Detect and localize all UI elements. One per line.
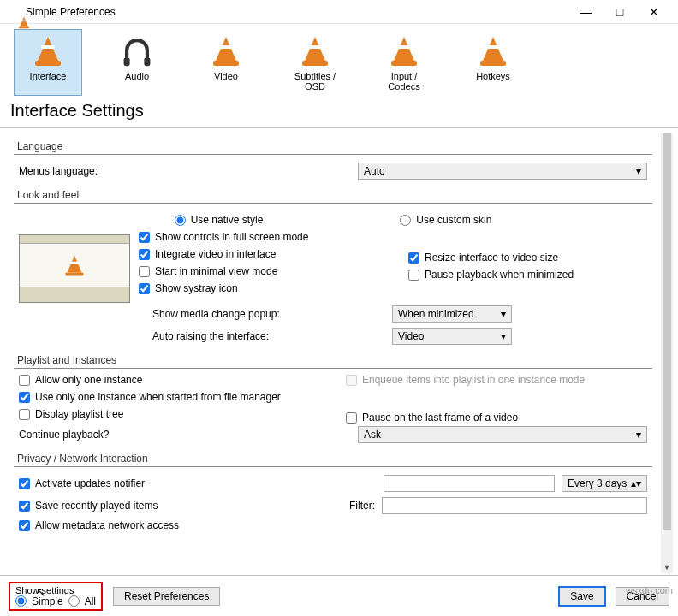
menus-language-label: Menus language:: [19, 165, 113, 177]
tab-interface[interactable]: Interface: [14, 29, 82, 96]
scrollbar-thumb[interactable]: [663, 133, 671, 530]
chk-resize-interface[interactable]: Resize interface to video size: [408, 252, 652, 264]
chevron-down-icon: ▾: [501, 330, 506, 342]
chk-enqueue-one-instance: Enqueue items into playlist in one insta…: [346, 374, 647, 386]
chk-show-controls-fullscreen[interactable]: Show controls in full screen mode: [139, 231, 383, 243]
chk-allow-one-instance[interactable]: Allow only one instance: [19, 374, 320, 386]
footer: Show settings Simple All Reset Preferenc…: [0, 575, 678, 616]
vlc-app-icon: [7, 5, 21, 19]
media-change-popup-label: Show media change popup:: [152, 308, 306, 320]
chevron-down-icon: ▾: [501, 308, 506, 320]
watermark: wsxdn.com: [626, 585, 673, 595]
chk-pause-when-minimized[interactable]: Pause playback when minimized: [408, 269, 652, 281]
tab-label: Hotkeys: [463, 71, 523, 81]
cone-icon: [298, 33, 332, 68]
chk-integrate-video[interactable]: Integrate video in interface: [139, 248, 383, 260]
auto-raise-select[interactable]: Video ▾: [392, 328, 512, 345]
tab-hotkeys[interactable]: Hotkeys: [459, 29, 527, 96]
group-language: Language Menus language: Auto ▾: [14, 139, 652, 182]
cone-icon: [476, 33, 510, 68]
chk-show-systray-icon[interactable]: Show systray icon: [139, 282, 383, 294]
tab-label: Interface: [18, 71, 78, 81]
tab-label: Subtitles / OSD: [285, 71, 345, 92]
chevron-down-icon: ▾: [636, 429, 641, 441]
chevron-down-icon: ▾: [636, 165, 641, 177]
headphones-icon: [125, 38, 149, 62]
settings-scroll-area: Language Menus language: Auto ▾ Look and…: [5, 133, 673, 573]
continue-playback-label: Continue playback?: [19, 429, 113, 441]
titlebar: Simple Preferences ― □ ✕: [0, 0, 678, 24]
category-tabs: Interface Audio Video Subtitles / OSD In…: [0, 24, 678, 96]
show-settings-group: Show settings Simple All: [9, 582, 103, 611]
close-button[interactable]: ✕: [637, 0, 671, 24]
continue-playback-select[interactable]: Ask ▾: [358, 426, 647, 443]
tab-label: Video: [196, 71, 256, 81]
group-title: Look and feel: [14, 187, 652, 204]
chk-pause-last-frame[interactable]: Pause on the last frame of a video: [346, 412, 647, 424]
maximize-button[interactable]: □: [603, 0, 637, 24]
filter-input[interactable]: [382, 497, 647, 514]
group-look-and-feel: Look and feel Use native style Use custo…: [14, 187, 652, 347]
radio-native-style[interactable]: Use native style: [175, 214, 264, 226]
tab-subtitles[interactable]: Subtitles / OSD: [281, 29, 349, 96]
tab-video[interactable]: Video: [192, 29, 260, 96]
filter-label: Filter:: [349, 500, 375, 512]
select-value: Ask: [364, 429, 381, 441]
chk-one-instance-file-manager[interactable]: Use only one instance when started from …: [19, 391, 320, 403]
cone-icon: [62, 253, 86, 277]
spinner-icon: ▴▾: [631, 477, 641, 489]
group-privacy-network: Privacy / Network Interaction Activate u…: [14, 451, 652, 534]
media-change-popup-select[interactable]: When minimized ▾: [392, 305, 512, 323]
reset-preferences-button[interactable]: Reset Preferences: [113, 587, 220, 606]
chk-display-playlist-tree[interactable]: Display playlist tree: [19, 408, 320, 420]
scrollbar[interactable]: ▲ ▼: [661, 133, 673, 573]
group-title: Language: [14, 139, 652, 155]
window-title: Simple Preferences: [26, 6, 568, 18]
page-title: Interface Settings: [0, 96, 678, 128]
cone-icon: [31, 33, 65, 68]
scroll-down-icon[interactable]: ▼: [661, 561, 673, 573]
auto-raise-label: Auto raising the interface:: [152, 330, 306, 342]
group-title: Playlist and Instances: [14, 352, 652, 369]
tab-audio[interactable]: Audio: [103, 29, 171, 96]
save-button[interactable]: Save: [559, 587, 604, 606]
chk-allow-metadata-network[interactable]: Allow metadata network access: [19, 519, 179, 531]
cone-icon: [387, 33, 421, 68]
chk-save-recently-played[interactable]: Save recently played items: [19, 500, 342, 512]
menus-language-select[interactable]: Auto ▾: [358, 163, 647, 180]
updates-interval-select[interactable]: Every 3 days ▴▾: [562, 475, 647, 492]
show-settings-label: Show settings: [15, 585, 96, 595]
minimize-button[interactable]: ―: [568, 0, 603, 24]
radio-show-all[interactable]: All: [68, 595, 96, 607]
select-value: Video: [398, 330, 424, 342]
chk-activate-updates[interactable]: Activate updates notifier: [19, 477, 377, 489]
chk-start-minimal-view[interactable]: Start in minimal view mode: [139, 265, 383, 277]
group-playlist-instances: Playlist and Instances Allow only one in…: [14, 352, 652, 446]
cone-icon: [209, 33, 243, 68]
tab-label: Input / Codecs: [374, 71, 434, 92]
interface-preview: [19, 234, 130, 303]
radio-custom-skin[interactable]: Use custom skin: [400, 214, 491, 226]
select-value: When minimized: [398, 308, 474, 320]
radio-show-simple[interactable]: Simple: [15, 595, 63, 607]
group-title: Privacy / Network Interaction: [14, 451, 652, 467]
select-value: Every 3 days: [568, 477, 627, 489]
updates-interval-input[interactable]: [384, 475, 555, 492]
tab-label: Audio: [107, 71, 167, 81]
tab-input-codecs[interactable]: Input / Codecs: [370, 29, 438, 96]
select-value: Auto: [364, 165, 385, 177]
